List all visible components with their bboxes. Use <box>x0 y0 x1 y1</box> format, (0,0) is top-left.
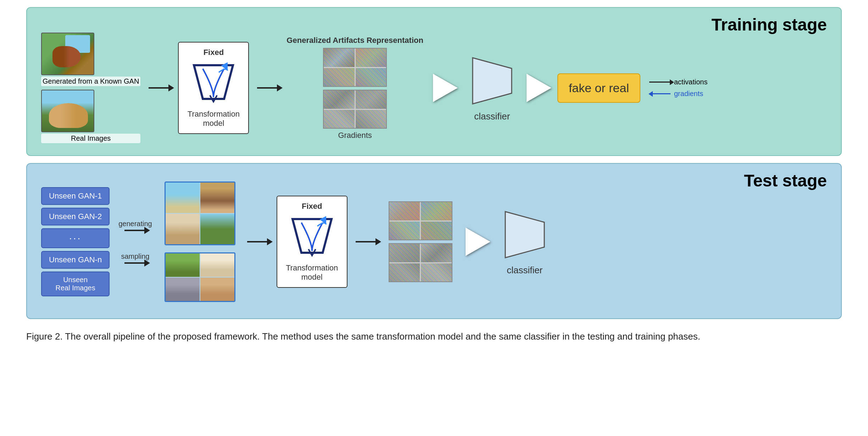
gradient-panels-test <box>389 201 452 282</box>
classifier-svg-test <box>502 208 548 261</box>
transform-label-training: Transformation model <box>182 110 245 128</box>
arrow-test-line-2 <box>356 241 377 242</box>
gan-image-label: Generated from a Known GAN <box>41 77 140 86</box>
grad-cell-7 <box>324 110 355 128</box>
big-arrow-training <box>433 74 458 102</box>
grad-cell-6 <box>356 90 386 109</box>
gan-image-thumb <box>41 33 94 75</box>
funnel-svg-test <box>289 214 335 260</box>
test-grad-panel-bottom <box>389 243 452 282</box>
legend-arrow-black <box>649 82 671 83</box>
classifier-training: classifier <box>469 54 515 122</box>
legend-arrow-blue <box>649 93 671 94</box>
big-arrow-2-training <box>527 74 551 102</box>
real-image-label: Real Images <box>41 134 140 143</box>
arrow-test-1 <box>247 241 268 242</box>
big-arrow-shape-2 <box>527 74 551 102</box>
training-stage-title: Training stage <box>712 15 827 34</box>
gradient-section-training: Generalized Artifacts Representation <box>286 36 423 140</box>
gen-arrow <box>124 230 146 231</box>
transform-label-test: Transformation model <box>281 263 343 282</box>
grad-cell-2 <box>356 49 386 67</box>
grad-cell-1 <box>324 49 355 67</box>
classifier-label-training: classifier <box>474 111 510 122</box>
poodle-cell <box>200 253 234 277</box>
classifier-label-test: classifier <box>507 265 542 276</box>
unseen-gan-n: Unseen GAN-n <box>41 251 110 269</box>
training-inputs: Generated from a Known GAN Real Images <box>41 33 140 143</box>
test-panel: Test stage Unseen GAN-1 Unseen GAN-2 ···… <box>26 163 842 319</box>
legend-activations: activations <box>649 78 708 86</box>
legend-box: activations gradients <box>649 78 708 98</box>
generating-group: generating <box>118 220 152 231</box>
kitchen-cell <box>166 214 200 244</box>
unseen-real-images: UnseenReal Images <box>41 272 110 296</box>
arrow-test-2 <box>356 241 377 242</box>
gradient-panels-training <box>323 48 387 129</box>
training-content: Generated from a Known GAN Real Images F… <box>41 33 827 143</box>
arrow-2 <box>257 87 278 89</box>
bedroom-cell <box>200 183 234 213</box>
horse-white-cell <box>200 214 234 244</box>
gan-image-wrapper: Generated from a Known GAN <box>41 33 140 86</box>
big-arrow-test <box>466 228 490 256</box>
rabbit-cell <box>166 253 200 277</box>
training-panel: Training stage Generated from a Known GA… <box>26 7 842 156</box>
legend-activations-text: activations <box>674 78 708 86</box>
test-grad-cell-1 <box>389 202 420 220</box>
fixed-label-test: Fixed <box>302 202 322 211</box>
sample-arrow <box>124 262 146 264</box>
arrow-1 <box>149 87 170 89</box>
test-grad-cell-7 <box>389 263 420 282</box>
sample-arrow-line <box>124 262 146 264</box>
test-content: Unseen GAN-1 Unseen GAN-2 ··· Unseen GAN… <box>41 181 827 302</box>
real-images-grid <box>165 252 235 302</box>
sampling-group: sampling <box>121 252 149 264</box>
grad-cell-8 <box>356 110 386 128</box>
big-arrow-shape-test <box>466 228 490 256</box>
test-stage-title: Test stage <box>744 171 827 190</box>
legend-gradients: gradients <box>649 90 708 98</box>
classifier-test: classifier <box>502 208 548 276</box>
arrow-test-line-1 <box>247 241 268 242</box>
fake-real-box: fake or real <box>557 73 640 103</box>
arrow-line-1 <box>149 87 170 89</box>
gradients-label-training: Gradients <box>338 131 372 140</box>
real-image-thumb <box>41 90 94 132</box>
gradients-section-title: Generalized Artifacts Representation <box>286 36 423 45</box>
test-grad-cell-2 <box>421 202 452 220</box>
figure-caption: Figure 2. The overall pipeline of the pr… <box>26 330 771 343</box>
cat-cell <box>166 278 200 301</box>
unseen-gan-dots: ··· <box>41 228 110 248</box>
funnel-svg-training <box>190 60 237 106</box>
unseen-gan-1: Unseen GAN-1 <box>41 187 110 205</box>
grad-panel-top <box>323 48 387 87</box>
grad-panel-bottom <box>323 90 387 129</box>
test-grad-cell-3 <box>389 222 420 240</box>
svg-marker-0 <box>473 58 512 104</box>
test-grad-cell-8 <box>421 263 452 282</box>
gan-list: Unseen GAN-1 Unseen GAN-2 ··· Unseen GAN… <box>41 187 110 296</box>
big-arrow-shape <box>433 74 458 102</box>
unseen-gan-2: Unseen GAN-2 <box>41 208 110 225</box>
grad-cell-5 <box>324 90 355 109</box>
gen-sample-labels: generating sampling <box>118 220 152 264</box>
transform-box-training: Fixed <box>178 42 249 134</box>
airplane-cell <box>166 183 200 213</box>
fixed-label-training: Fixed <box>204 48 224 57</box>
dog-cell <box>200 278 234 301</box>
transform-box-test: Fixed Transformation model <box>277 196 347 288</box>
real-image-wrapper: Real Images <box>41 90 140 143</box>
test-grad-panel-top <box>389 201 452 240</box>
gen-arrow-line <box>124 230 146 231</box>
test-grad-cell-5 <box>389 244 420 262</box>
arrow-line-2 <box>257 87 278 89</box>
gradient-section-test <box>385 201 456 282</box>
generated-images-grid <box>165 181 235 245</box>
legend-gradients-text: gradients <box>674 90 703 98</box>
classifier-svg-training <box>469 54 515 107</box>
diagram-container: Training stage Generated from a Known GA… <box>26 7 842 343</box>
grad-cell-3 <box>324 68 355 86</box>
grad-cell-4 <box>356 68 386 86</box>
test-images-col <box>161 181 239 302</box>
